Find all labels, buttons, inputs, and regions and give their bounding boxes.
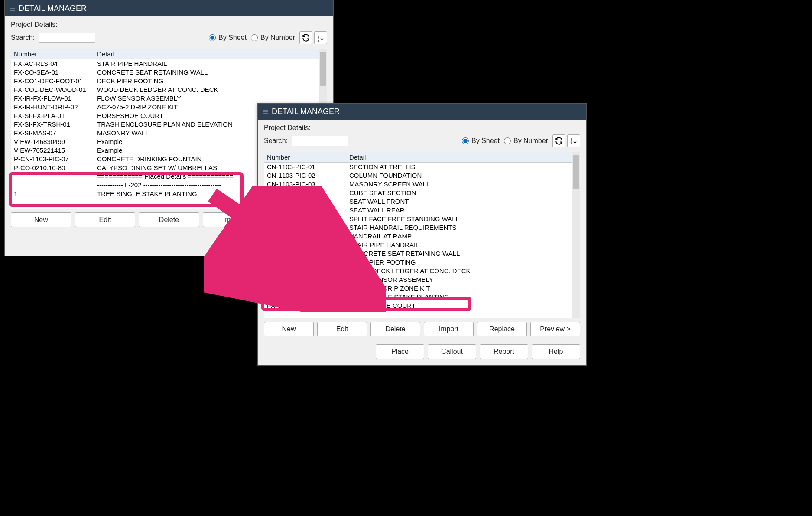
- cell-number: CN-1103-PIC-04: [265, 189, 348, 197]
- table-row[interactable]: CN-1103-PIC-08SPLIT FACE FREE STANDING W…: [264, 215, 572, 223]
- delete-button[interactable]: Delete: [139, 212, 199, 227]
- table-row[interactable]: FX-AC-RLS-01STAIR HANDRAIL REQUIREMENTS: [264, 223, 572, 232]
- new-button[interactable]: New: [11, 212, 71, 227]
- search-label: Search:: [264, 137, 288, 145]
- titlebar[interactable]: DETAIL MANAGER: [258, 104, 586, 120]
- detail-manager-dialog-right: DETAIL MANAGER Project Details: Search: …: [257, 103, 587, 366]
- cell-detail: DECK PIER FOOTING: [348, 258, 571, 267]
- cell-detail: DECK PIER FOOTING: [95, 77, 318, 85]
- cell-number: FX-IR-HUNT-DRIP-02: [265, 284, 348, 293]
- help-button[interactable]: Help: [532, 344, 580, 359]
- replace-button[interactable]: Replace: [477, 322, 527, 336]
- cell-number: CN-1103-PIC-02: [265, 171, 348, 180]
- preview-button[interactable]: Preview >: [530, 322, 580, 336]
- cell-detail: TREE SINGLE STAKE PLANTING: [348, 293, 571, 301]
- cell-detail: SPLIT FACE FREE STANDING WALL: [348, 215, 571, 223]
- cell-detail: SEAT WALL REAR: [348, 206, 571, 215]
- cell-number: FX-CO1-DEC-WOOD-01: [12, 85, 95, 94]
- cell-detail: FLOW SENSOR ASSEMBLY: [95, 94, 318, 103]
- edit-button[interactable]: Edit: [75, 212, 136, 227]
- cell-number: FX-PL-FX-TREE-01: [265, 293, 348, 301]
- import-button[interactable]: Import: [203, 212, 263, 227]
- table-row[interactable]: CN-1103-PIC-04CUBE SEAT SECTION: [264, 189, 572, 197]
- cell-number: VIEW-705221415: [12, 146, 95, 155]
- cell-number: CN-1103-PIC-03: [265, 180, 348, 189]
- search-input[interactable]: [292, 136, 348, 146]
- table-row[interactable]: FX-CO1-DEC-FOOT-01DECK PIER FOOTING: [264, 258, 572, 267]
- cell-number: CN-1103-PIC-08: [265, 215, 348, 223]
- column-header-number[interactable]: Number: [264, 152, 347, 162]
- radio-by-sheet[interactable]: By Sheet: [462, 137, 500, 145]
- cell-number: FX-SI-MAS-07: [12, 129, 95, 137]
- cell-detail: COLUMN FOUNDATION: [348, 171, 571, 180]
- table-row[interactable]: FX-SI-FX-PLA-01HORSESHOE COURT: [264, 301, 572, 310]
- import-button[interactable]: Import: [424, 322, 474, 336]
- table-row[interactable]: FX-AC-RLS-04STAIR PIPE HANDRAIL: [11, 59, 319, 68]
- cell-detail: WOOD DECK LEDGER AT CONC. DECK: [95, 85, 318, 94]
- cell-number: FX-SI-FX-TRSH-01: [12, 120, 95, 129]
- section-label: Project Details:: [264, 124, 580, 132]
- delete-button[interactable]: Delete: [370, 322, 420, 336]
- cell-number: CN-1103-PIC-01: [265, 163, 348, 171]
- radio-by-sheet[interactable]: By Sheet: [209, 34, 247, 42]
- window-title: DETAIL MANAGER: [19, 4, 87, 13]
- table-row[interactable]: FX-PL-FX-TREE-01TREE SINGLE STAKE PLANTI…: [264, 293, 572, 301]
- list-scrollbar[interactable]: [572, 152, 580, 318]
- table-row[interactable]: CN-1103-PIC-05SEAT WALL FRONT: [264, 197, 572, 206]
- cell-detail: STAIR PIPE HANDRAIL: [348, 241, 571, 249]
- refresh-icon[interactable]: [299, 31, 312, 44]
- cell-detail: HANDRAIL AT RAMP: [348, 232, 571, 241]
- radio-by-number[interactable]: By Number: [251, 34, 295, 42]
- table-row[interactable]: FX-IR-HUNT-DRIP-02ACZ-075-2 DRIP ZONE KI…: [264, 284, 572, 293]
- table-row[interactable]: FX-CO1-DEC-WOOD-01WOOD DECK LEDGER AT CO…: [11, 85, 319, 94]
- table-row[interactable]: FX-AC-RLS-04STAIR PIPE HANDRAIL: [264, 241, 572, 249]
- column-header-detail[interactable]: Detail: [347, 152, 572, 162]
- window-title: DETAIL MANAGER: [272, 107, 340, 116]
- titlebar[interactable]: DETAIL MANAGER: [5, 0, 333, 16]
- table-row[interactable]: CN-1103-PIC-02COLUMN FOUNDATION: [264, 171, 572, 180]
- cell-number: FX-AC-RLS-04: [12, 59, 95, 68]
- svg-text:3: 3: [571, 143, 572, 145]
- cell-number: FX-SI-FX-PLA-01: [12, 111, 95, 120]
- cell-number: FX-IR-FX-FLOW-01: [265, 275, 348, 284]
- edit-button[interactable]: Edit: [317, 322, 367, 336]
- column-header-number[interactable]: Number: [11, 49, 94, 59]
- refresh-icon[interactable]: [552, 134, 565, 147]
- cell-number: FX-CO1-DEC-WOOD-01: [265, 267, 348, 275]
- section-label: Project Details:: [11, 21, 327, 29]
- cell-number: FX-SI-FX-PLA-01: [265, 301, 348, 310]
- search-input[interactable]: [39, 33, 95, 43]
- cell-detail: ACZ-075-2 DRIP ZONE KIT: [348, 284, 571, 293]
- table-row[interactable]: FX-CO-SEA-01CONCRETE SEAT RETAINING WALL: [264, 249, 572, 258]
- sort-numeric-icon[interactable]: 123: [567, 134, 580, 147]
- cell-detail: WOOD DECK LEDGER AT CONC. DECK: [348, 267, 571, 275]
- report-button[interactable]: Report: [480, 344, 528, 359]
- cell-detail: CONCRETE SEAT RETAINING WALL: [95, 68, 318, 77]
- callout-button[interactable]: Callout: [428, 344, 476, 359]
- new-button[interactable]: New: [264, 322, 314, 336]
- table-row[interactable]: CN-1103-PIC-03MASONRY SCREEN WALL: [264, 180, 572, 189]
- drag-grip-icon[interactable]: [10, 7, 15, 11]
- table-row[interactable]: FX-AC-RLS-02HANDRAIL AT RAMP: [264, 232, 572, 241]
- table-row[interactable]: FX-IR-FX-FLOW-01FLOW SENSOR ASSEMBLY: [11, 94, 319, 103]
- cell-number: VIEW-146830499: [12, 137, 95, 146]
- column-header-detail[interactable]: Detail: [94, 49, 319, 59]
- table-row[interactable]: FX-IR-FX-FLOW-01FLOW SENSOR ASSEMBLY: [264, 275, 572, 284]
- cell-detail: HORSESHOE COURT: [348, 301, 571, 310]
- table-row[interactable]: FX-CO-SEA-01CONCRETE SEAT RETAINING WALL: [11, 68, 319, 77]
- table-row[interactable]: CN-1103-PIC-06SEAT WALL REAR: [264, 206, 572, 215]
- cell-number: CN-1103-PIC-06: [265, 206, 348, 215]
- table-row[interactable]: CN-1103-PIC-01SECTION AT TRELLIS: [264, 163, 572, 171]
- place-button[interactable]: Place: [376, 344, 424, 359]
- cell-number: FX-IR-HUNT-DRIP-02: [12, 103, 95, 111]
- cell-detail: FLOW SENSOR ASSEMBLY: [348, 275, 571, 284]
- cell-number: FX-CO1-DEC-FOOT-01: [12, 77, 95, 85]
- sort-numeric-icon[interactable]: 123: [314, 31, 327, 44]
- cell-number: [12, 181, 95, 189]
- cell-detail: SECTION AT TRELLIS: [348, 163, 571, 171]
- drag-grip-icon[interactable]: [263, 110, 268, 114]
- table-row[interactable]: FX-CO1-DEC-FOOT-01DECK PIER FOOTING: [11, 77, 319, 85]
- table-row[interactable]: FX-CO1-DEC-WOOD-01WOOD DECK LEDGER AT CO…: [264, 267, 572, 275]
- cell-number: FX-CO-SEA-01: [265, 249, 348, 258]
- radio-by-number[interactable]: By Number: [504, 137, 548, 145]
